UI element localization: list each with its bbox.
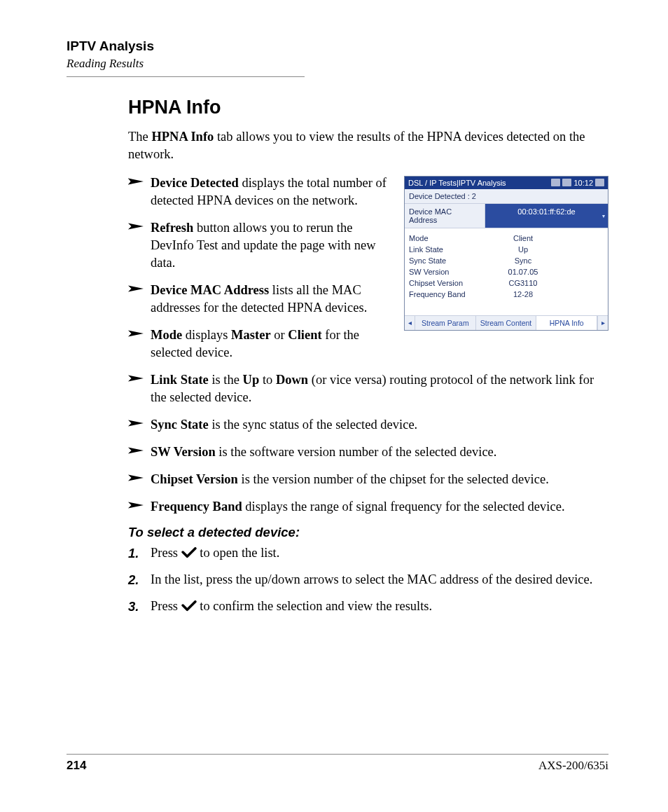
list-item: SW Version is the software version numbe… (128, 443, 608, 461)
bullet-list: Device Detected displays the total numbe… (128, 174, 608, 516)
instruction-heading: To select a detected device: (128, 525, 608, 540)
section-title: HPNA Info (128, 97, 608, 118)
model-number: AXS-200/635i (538, 759, 608, 773)
section-intro: The HPNA Info tab allows you to view the… (128, 128, 608, 163)
list-item: Sync State is the sync status of the sel… (128, 416, 608, 434)
list-item: Device Detected displays the total numbe… (128, 174, 608, 209)
check-icon (181, 547, 197, 558)
list-item: Link State is the Up to Down (or vice ve… (128, 371, 608, 406)
page-footer: 214 AXS-200/635i (67, 754, 608, 773)
arrow-icon (128, 472, 144, 483)
header-title: IPTV Analysis (67, 39, 608, 54)
header-subtitle: Reading Results (67, 57, 608, 71)
instruction-steps: 1. Press to open the list. 2. In the lis… (128, 544, 608, 616)
arrow-icon (128, 500, 144, 511)
arrow-icon (128, 373, 144, 384)
arrow-icon (128, 418, 144, 429)
list-item: Mode displays Master or Client for the s… (128, 326, 608, 362)
list-item: Chipset Version is the version number of… (128, 471, 608, 488)
page-number: 214 (67, 759, 86, 773)
arrow-icon (128, 221, 144, 232)
list-item: Device MAC Address lists all the MAC add… (128, 282, 608, 317)
arrow-icon (128, 328, 144, 339)
list-item: Frequency Band displays the range of sig… (128, 498, 608, 516)
step-item: 2. In the list, press the up/down arrows… (128, 571, 608, 589)
step-item: 1. Press to open the list. (128, 544, 608, 563)
check-icon (181, 600, 197, 612)
list-item: Refresh button allows you to rerun the D… (128, 219, 608, 272)
arrow-icon (128, 283, 144, 294)
header-rule (67, 76, 305, 77)
arrow-icon (128, 445, 144, 456)
chevron-down-icon: ▾ (602, 212, 605, 219)
arrow-icon (128, 176, 144, 187)
step-item: 3. Press to confirm the selection and vi… (128, 598, 608, 616)
